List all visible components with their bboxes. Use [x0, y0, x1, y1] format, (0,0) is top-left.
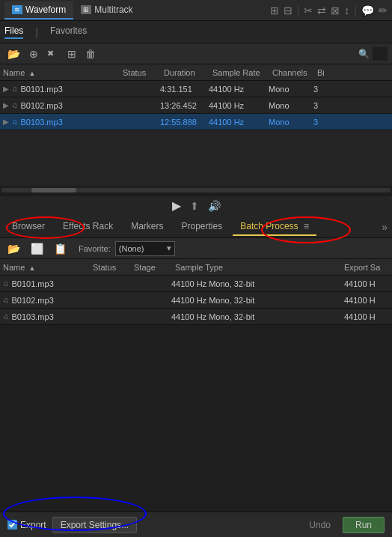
file-bit: 3 [313, 118, 336, 127]
col-header-bit: Bi [317, 68, 340, 77]
row-expand-icon[interactable]: ▶ [3, 118, 9, 126]
more-tabs-btn[interactable]: » [382, 221, 388, 233]
toolbar-trim-icon[interactable]: ⊠ [331, 4, 340, 16]
export-checkbox-input[interactable] [7, 520, 17, 530]
row-expand-icon[interactable]: ▶ [3, 101, 9, 109]
dropdown-arrow-icon: ▾ [167, 243, 171, 253]
run-button[interactable]: Run [343, 517, 385, 533]
batch-export: 44100 H [344, 312, 389, 321]
col-header-samplerate: Sample Rate [212, 68, 272, 77]
file-samplerate: 44100 Hz [209, 85, 269, 94]
tab-files[interactable]: Files [4, 25, 23, 39]
multitrack-icon: ⊞ [81, 5, 91, 14]
tab-waveform[interactable]: ≋ Waveform [4, 1, 73, 19]
file-channels: Mono [269, 118, 313, 127]
toolbar-arrow-icon[interactable]: ⇄ [317, 4, 326, 16]
col-header-duration: Duration [164, 68, 212, 77]
file-channels: Mono [269, 85, 313, 94]
files-panel-tabs: Files | Favorites [0, 21, 392, 43]
batch-audio-icon: ♫ [3, 312, 9, 321]
batch-copy-btn[interactable]: 📋 [51, 241, 70, 256]
toolbar-divider: | [297, 4, 300, 16]
toolbar-image-icon[interactable]: ⊟ [284, 4, 293, 16]
bcol-header-export: Export Sa [344, 263, 389, 272]
batch-open-btn[interactable]: 📂 [4, 241, 23, 256]
toolbar-edit-icon[interactable]: ✏ [379, 4, 388, 16]
scrollbar-track[interactable] [1, 188, 391, 192]
batch-toolbar: 📂 ⬜ 📋 Favorite: (None) ▾ [0, 238, 392, 259]
favorite-label: Favorite: [79, 244, 111, 253]
delete-btn[interactable]: 🗑 [82, 46, 99, 61]
batch-audio-icon: ♫ [3, 296, 9, 304]
toolbar-comment-icon[interactable]: 💬 [361, 4, 374, 16]
export-settings-button[interactable]: Export Settings... [52, 517, 137, 533]
batch-file-name: B0102.mp3 [12, 296, 54, 305]
tab-favorites[interactable]: Favorites [50, 25, 87, 39]
table-row[interactable]: ♫ B0102.mp3 44100 Hz Mono, 32-bit 44100 … [0, 292, 392, 309]
toolbar-expand-icon[interactable]: ↕ [344, 4, 349, 16]
file-bit: 3 [313, 85, 336, 94]
batch-table-header: Name ▲ Status Stage Sample Type Export S… [0, 259, 392, 276]
favorite-dropdown[interactable]: (None) ▾ [115, 241, 175, 256]
batch-file-name: B0103.mp3 [12, 312, 54, 321]
play-button[interactable]: ▶ [172, 198, 181, 213]
favorites-tab-label: Favorites [50, 25, 87, 36]
export-button[interactable]: ⬆ [190, 200, 199, 212]
file-duration: 12:55.888 [160, 118, 209, 127]
tab-properties[interactable]: Properties [174, 218, 230, 236]
sort-arrow: ▲ [28, 70, 35, 77]
file-name: B0102.mp3 [21, 101, 63, 110]
row-expand-icon[interactable]: ▶ [3, 85, 9, 93]
batch-file-name-cell: ♫ B0101.mp3 [3, 279, 89, 288]
horizontal-scrollbar[interactable] [0, 186, 392, 195]
toolbar-grid-icon[interactable]: ⊞ [270, 4, 279, 16]
table-row[interactable]: ▶ ♫ B0103.mp3 12:55.888 44100 Hz Mono 3 [0, 114, 392, 130]
export-checkbox[interactable]: Export [7, 520, 46, 530]
close-file-btn[interactable]: ✖ [44, 47, 57, 60]
file-samplerate: 44100 Hz [209, 101, 269, 110]
batch-sort-arrow: ▲ [28, 264, 35, 272]
table-row[interactable]: ▶ ♫ B0102.mp3 13:26.452 44100 Hz Mono 3 [0, 97, 392, 114]
batch-export: 44100 H [344, 296, 389, 305]
table-row[interactable]: ▶ ♫ B0101.mp3 4:31.151 44100 Hz Mono 3 [0, 81, 392, 97]
top-bar-right: ⊞ ⊟ | ✂ ⇄ ⊠ ↕ | 💬 ✏ [270, 4, 388, 16]
col-header-channels: Channels [272, 68, 317, 77]
batch-new-btn[interactable]: ⬜ [28, 241, 46, 256]
file-name: B0101.mp3 [21, 85, 63, 94]
batch-file-name: B0101.mp3 [12, 279, 54, 288]
media-btn[interactable]: ⊞ [64, 46, 79, 61]
audio-file-icon: ♫ [12, 85, 18, 93]
undo-button[interactable]: Undo [303, 518, 337, 533]
audio-file-icon: ♫ [12, 101, 18, 109]
file-bit: 3 [313, 101, 336, 110]
scrollbar-thumb[interactable] [31, 188, 76, 192]
table-row[interactable]: ♫ B0101.mp3 44100 Hz Mono, 32-bit 44100 … [0, 276, 392, 292]
tab-browser[interactable]: Browser [4, 218, 52, 236]
search-input[interactable] [373, 47, 388, 61]
bcol-header-sampletype: Sample Type [175, 263, 344, 272]
file-duration: 4:31.151 [160, 85, 209, 94]
batch-menu-icon[interactable]: ≡ [304, 221, 309, 231]
col-header-name: Name ▲ [3, 68, 123, 77]
batch-export: 44100 H [344, 279, 389, 288]
loop-button[interactable]: 🔊 [208, 200, 221, 212]
tab-batch-process[interactable]: Batch Process ≡ [233, 218, 316, 236]
batch-sampletype: 44100 Hz Mono, 32-bit [171, 296, 344, 305]
table-row[interactable]: ♫ B0103.mp3 44100 Hz Mono, 32-bit 44100 … [0, 309, 392, 325]
file-name: B0103.mp3 [21, 118, 63, 127]
file-duration: 13:26.452 [160, 101, 209, 110]
top-bar: ≋ Waveform ⊞ Multitrack ⊞ ⊟ | ✂ ⇄ ⊠ ↕ | … [0, 0, 392, 21]
toolbar-divider2: | [354, 4, 357, 16]
toolbar-cut-icon[interactable]: ✂ [304, 4, 313, 16]
file-samplerate: 44100 Hz [209, 118, 269, 127]
multitrack-label: Multitrack [94, 4, 132, 15]
tab-effects-rack[interactable]: Effects Rack [55, 218, 120, 236]
open-file-btn[interactable]: 📂 [4, 46, 23, 61]
new-file-btn[interactable]: ⊕ [26, 46, 41, 61]
batch-audio-icon: ♫ [3, 279, 9, 288]
tab-multitrack[interactable]: ⊞ Multitrack [73, 1, 140, 19]
waveform-label: Waveform [25, 4, 66, 15]
files-table-header: Name ▲ Status Duration Sample Rate Chann… [0, 64, 392, 81]
search-icon: 🔍 [358, 49, 370, 59]
tab-markers[interactable]: Markers [123, 218, 171, 236]
